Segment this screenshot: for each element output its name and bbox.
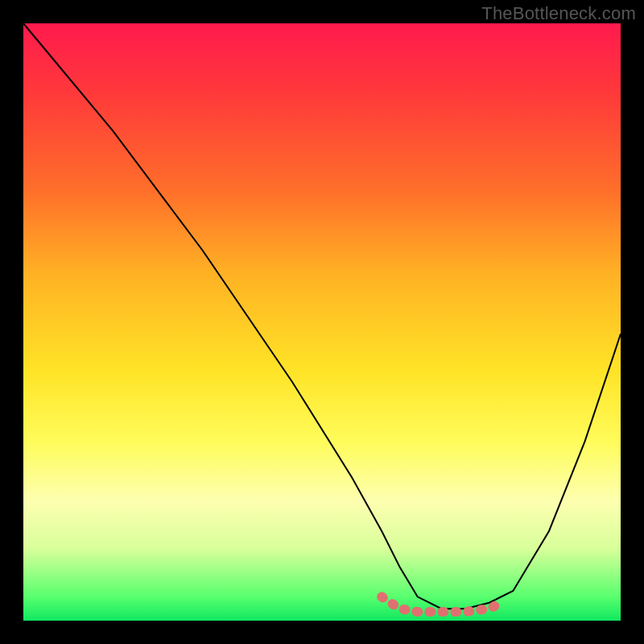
chart-svg (23, 23, 621, 621)
curve-path (23, 23, 621, 609)
chart-frame: TheBottleneck.com (0, 0, 644, 644)
chart-plot-area (23, 23, 621, 621)
watermark-text: TheBottleneck.com (481, 3, 636, 24)
bottleneck-curve (23, 23, 621, 609)
